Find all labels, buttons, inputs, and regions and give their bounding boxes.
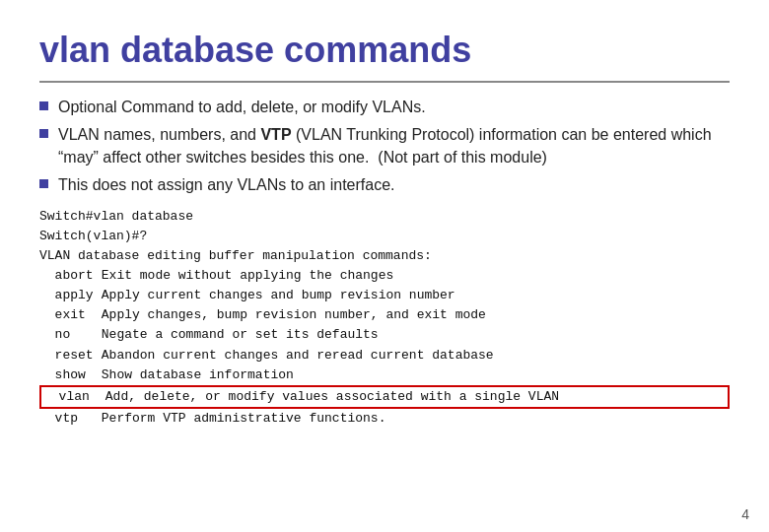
- code-label-vlan: vlan: [43, 387, 98, 407]
- code-label-4: apply: [39, 286, 94, 305]
- code-line-3: abort Exit mode without applying the cha…: [39, 266, 730, 286]
- code-line-1: Switch(vlan)#?: [39, 227, 730, 246]
- code-line-0: Switch#vlan database: [39, 207, 730, 227]
- code-desc-vlan: Add, delete, or modify values associated…: [98, 387, 726, 407]
- bullet-item-2: VLAN names, numbers, and VTP (VLAN Trunk…: [39, 124, 730, 168]
- code-line-5: exit Apply changes, bump revision number…: [39, 305, 730, 325]
- code-line-4: apply Apply current changes and bump rev…: [39, 286, 730, 305]
- bullet-item-1: Optional Command to add, delete, or modi…: [39, 97, 730, 118]
- code-label-vtp: vtp: [39, 409, 94, 429]
- bullet-icon-1: [39, 101, 48, 110]
- code-desc-5: Apply changes, bump revision number, and…: [94, 305, 730, 325]
- code-label-6: no: [39, 325, 94, 345]
- bullet-text-2: VLAN names, numbers, and VTP (VLAN Trunk…: [58, 124, 730, 168]
- code-desc-3: Exit mode without applying the changes: [94, 266, 730, 286]
- bullet-list: Optional Command to add, delete, or modi…: [39, 97, 730, 197]
- code-section: Switch#vlan database Switch(vlan)#? VLAN…: [39, 207, 730, 430]
- code-label-5: exit: [39, 305, 94, 325]
- code-label-8: show: [39, 366, 94, 385]
- code-label-3: abort: [39, 266, 94, 286]
- slide: vlan database commands Optional Command …: [0, 0, 769, 532]
- code-line-vlan: vlan Add, delete, or modify values assoc…: [39, 385, 730, 409]
- bullet-text-1: Optional Command to add, delete, or modi…: [58, 97, 426, 118]
- code-desc-6: Negate a command or set its defaults: [94, 325, 730, 345]
- divider: [39, 81, 730, 83]
- bullet-text-3: This does not assign any VLANs to an int…: [58, 174, 395, 196]
- code-desc-8: Show database information: [94, 366, 730, 385]
- code-label-7: reset: [39, 346, 94, 366]
- code-line-7: reset Abandon current changes and reread…: [39, 346, 730, 366]
- code-line-2: VLAN database editing buffer manipulatio…: [39, 246, 730, 266]
- code-desc-1: Switch(vlan)#?: [39, 227, 730, 246]
- bullet-icon-2: [39, 129, 48, 138]
- code-desc-7: Abandon current changes and reread curre…: [94, 346, 730, 366]
- code-desc-2: VLAN database editing buffer manipulatio…: [39, 246, 730, 266]
- code-desc-vtp: Perform VTP administrative functions.: [94, 409, 730, 429]
- code-line-vtp: vtp Perform VTP administrative functions…: [39, 409, 730, 429]
- page-number: 4: [741, 506, 749, 522]
- code-line-8: show Show database information: [39, 366, 730, 385]
- code-desc-4: Apply current changes and bump revision …: [94, 286, 730, 305]
- code-desc-0: Switch#vlan database: [39, 207, 730, 227]
- code-line-6: no Negate a command or set its defaults: [39, 325, 730, 345]
- bullet-icon-3: [39, 179, 48, 188]
- slide-title: vlan database commands: [39, 30, 730, 71]
- bullet-item-3: This does not assign any VLANs to an int…: [39, 174, 730, 196]
